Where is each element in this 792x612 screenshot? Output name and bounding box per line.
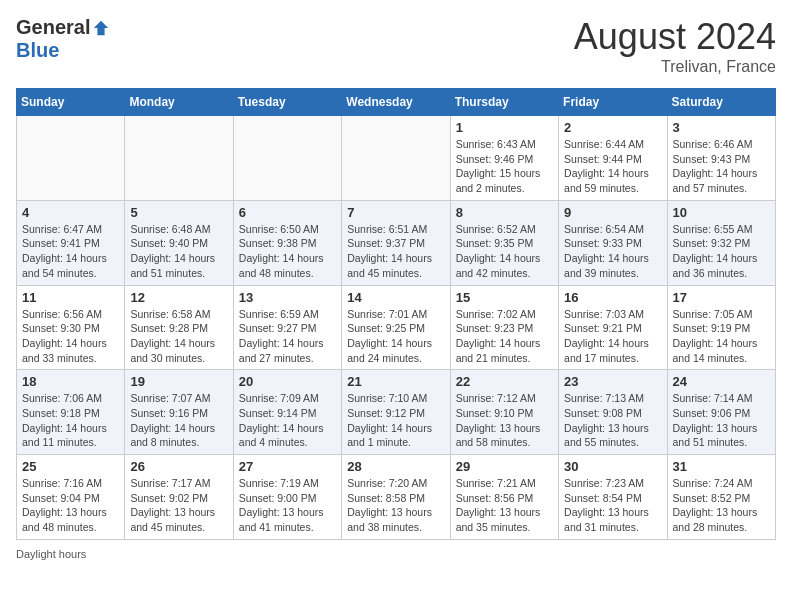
calendar-week-row: 11Sunrise: 6:56 AMSunset: 9:30 PMDayligh… [17,285,776,370]
calendar-day-header: Thursday [450,89,558,116]
day-number: 22 [456,374,553,389]
calendar-table: SundayMondayTuesdayWednesdayThursdayFrid… [16,88,776,540]
calendar-day-cell: 28Sunrise: 7:20 AMSunset: 8:58 PMDayligh… [342,455,450,540]
logo-blue-text: Blue [16,39,59,62]
day-number: 10 [673,205,770,220]
day-number: 23 [564,374,661,389]
calendar-day-cell [233,116,341,201]
calendar-day-cell: 31Sunrise: 7:24 AMSunset: 8:52 PMDayligh… [667,455,775,540]
calendar-day-cell: 12Sunrise: 6:58 AMSunset: 9:28 PMDayligh… [125,285,233,370]
calendar-day-cell: 17Sunrise: 7:05 AMSunset: 9:19 PMDayligh… [667,285,775,370]
day-number: 17 [673,290,770,305]
calendar-day-cell: 20Sunrise: 7:09 AMSunset: 9:14 PMDayligh… [233,370,341,455]
calendar-day-cell: 23Sunrise: 7:13 AMSunset: 9:08 PMDayligh… [559,370,667,455]
calendar-day-header: Monday [125,89,233,116]
day-info: Sunrise: 6:43 AMSunset: 9:46 PMDaylight:… [456,137,553,196]
day-info: Sunrise: 6:59 AMSunset: 9:27 PMDaylight:… [239,307,336,366]
day-info: Sunrise: 7:06 AMSunset: 9:18 PMDaylight:… [22,391,119,450]
day-info: Sunrise: 7:21 AMSunset: 8:56 PMDaylight:… [456,476,553,535]
calendar-day-header: Friday [559,89,667,116]
logo-general-text: General [16,16,90,39]
day-number: 15 [456,290,553,305]
day-info: Sunrise: 6:46 AMSunset: 9:43 PMDaylight:… [673,137,770,196]
calendar-day-cell: 15Sunrise: 7:02 AMSunset: 9:23 PMDayligh… [450,285,558,370]
calendar-day-cell: 10Sunrise: 6:55 AMSunset: 9:32 PMDayligh… [667,200,775,285]
calendar-day-cell: 27Sunrise: 7:19 AMSunset: 9:00 PMDayligh… [233,455,341,540]
day-number: 8 [456,205,553,220]
calendar-day-cell: 7Sunrise: 6:51 AMSunset: 9:37 PMDaylight… [342,200,450,285]
day-info: Sunrise: 7:10 AMSunset: 9:12 PMDaylight:… [347,391,444,450]
day-info: Sunrise: 7:16 AMSunset: 9:04 PMDaylight:… [22,476,119,535]
day-info: Sunrise: 6:51 AMSunset: 9:37 PMDaylight:… [347,222,444,281]
day-number: 1 [456,120,553,135]
month-title: August 2024 [574,16,776,58]
day-number: 4 [22,205,119,220]
calendar-day-cell [125,116,233,201]
calendar-day-cell [17,116,125,201]
svg-marker-0 [94,20,108,34]
calendar-day-cell: 21Sunrise: 7:10 AMSunset: 9:12 PMDayligh… [342,370,450,455]
calendar-day-header: Sunday [17,89,125,116]
calendar-day-header: Tuesday [233,89,341,116]
calendar-day-cell: 5Sunrise: 6:48 AMSunset: 9:40 PMDaylight… [125,200,233,285]
day-info: Sunrise: 7:19 AMSunset: 9:00 PMDaylight:… [239,476,336,535]
calendar-day-cell: 29Sunrise: 7:21 AMSunset: 8:56 PMDayligh… [450,455,558,540]
calendar-day-cell: 18Sunrise: 7:06 AMSunset: 9:18 PMDayligh… [17,370,125,455]
day-number: 27 [239,459,336,474]
day-number: 25 [22,459,119,474]
day-number: 12 [130,290,227,305]
calendar-day-cell: 25Sunrise: 7:16 AMSunset: 9:04 PMDayligh… [17,455,125,540]
calendar-week-row: 4Sunrise: 6:47 AMSunset: 9:41 PMDaylight… [17,200,776,285]
calendar-week-row: 25Sunrise: 7:16 AMSunset: 9:04 PMDayligh… [17,455,776,540]
day-number: 14 [347,290,444,305]
day-number: 7 [347,205,444,220]
day-number: 28 [347,459,444,474]
calendar-day-cell: 30Sunrise: 7:23 AMSunset: 8:54 PMDayligh… [559,455,667,540]
day-info: Sunrise: 7:20 AMSunset: 8:58 PMDaylight:… [347,476,444,535]
calendar-day-cell: 2Sunrise: 6:44 AMSunset: 9:44 PMDaylight… [559,116,667,201]
calendar-day-header: Wednesday [342,89,450,116]
calendar-day-cell: 1Sunrise: 6:43 AMSunset: 9:46 PMDaylight… [450,116,558,201]
day-number: 5 [130,205,227,220]
calendar-week-row: 18Sunrise: 7:06 AMSunset: 9:18 PMDayligh… [17,370,776,455]
day-number: 31 [673,459,770,474]
calendar-day-cell: 19Sunrise: 7:07 AMSunset: 9:16 PMDayligh… [125,370,233,455]
calendar-day-cell: 3Sunrise: 6:46 AMSunset: 9:43 PMDaylight… [667,116,775,201]
footer-note: Daylight hours [16,548,776,560]
day-info: Sunrise: 6:48 AMSunset: 9:40 PMDaylight:… [130,222,227,281]
calendar-header-row: SundayMondayTuesdayWednesdayThursdayFrid… [17,89,776,116]
day-info: Sunrise: 7:03 AMSunset: 9:21 PMDaylight:… [564,307,661,366]
day-info: Sunrise: 6:58 AMSunset: 9:28 PMDaylight:… [130,307,227,366]
day-info: Sunrise: 7:05 AMSunset: 9:19 PMDaylight:… [673,307,770,366]
day-number: 6 [239,205,336,220]
day-info: Sunrise: 6:54 AMSunset: 9:33 PMDaylight:… [564,222,661,281]
day-number: 30 [564,459,661,474]
day-number: 13 [239,290,336,305]
logo: General Blue [16,16,110,62]
location: Trelivan, France [574,58,776,76]
day-info: Sunrise: 7:24 AMSunset: 8:52 PMDaylight:… [673,476,770,535]
day-number: 24 [673,374,770,389]
calendar-day-cell: 6Sunrise: 6:50 AMSunset: 9:38 PMDaylight… [233,200,341,285]
day-number: 3 [673,120,770,135]
day-number: 21 [347,374,444,389]
calendar-day-cell: 9Sunrise: 6:54 AMSunset: 9:33 PMDaylight… [559,200,667,285]
day-info: Sunrise: 6:56 AMSunset: 9:30 PMDaylight:… [22,307,119,366]
calendar-day-cell: 16Sunrise: 7:03 AMSunset: 9:21 PMDayligh… [559,285,667,370]
day-number: 16 [564,290,661,305]
day-info: Sunrise: 6:44 AMSunset: 9:44 PMDaylight:… [564,137,661,196]
day-number: 11 [22,290,119,305]
day-number: 26 [130,459,227,474]
page-header: General Blue August 2024 Trelivan, Franc… [16,16,776,76]
calendar-day-cell: 24Sunrise: 7:14 AMSunset: 9:06 PMDayligh… [667,370,775,455]
day-number: 9 [564,205,661,220]
day-info: Sunrise: 7:09 AMSunset: 9:14 PMDaylight:… [239,391,336,450]
day-number: 2 [564,120,661,135]
day-info: Sunrise: 6:52 AMSunset: 9:35 PMDaylight:… [456,222,553,281]
calendar-day-cell: 14Sunrise: 7:01 AMSunset: 9:25 PMDayligh… [342,285,450,370]
day-info: Sunrise: 7:17 AMSunset: 9:02 PMDaylight:… [130,476,227,535]
calendar-day-header: Saturday [667,89,775,116]
day-number: 19 [130,374,227,389]
day-info: Sunrise: 7:13 AMSunset: 9:08 PMDaylight:… [564,391,661,450]
calendar-day-cell: 11Sunrise: 6:56 AMSunset: 9:30 PMDayligh… [17,285,125,370]
